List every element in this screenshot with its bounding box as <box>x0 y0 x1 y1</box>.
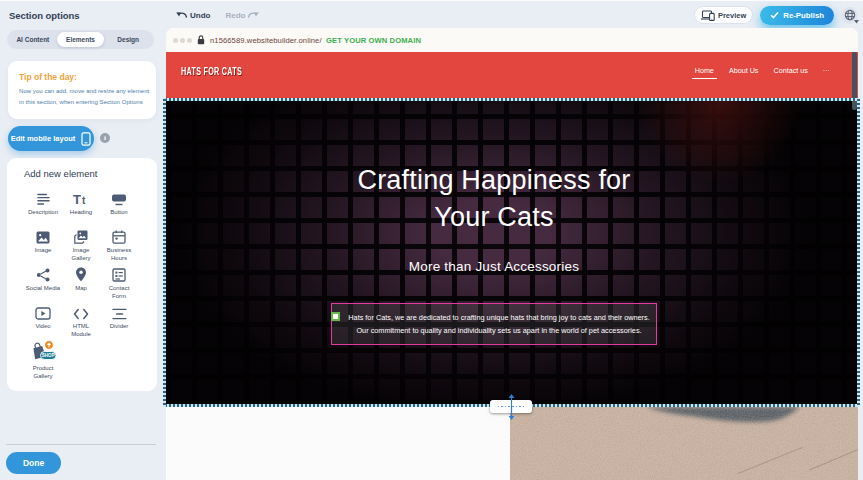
hero-subtitle[interactable]: More than Just Accessories <box>166 259 822 274</box>
republish-label: Re-Publish <box>783 11 824 20</box>
traffic-dot-3 <box>187 38 192 43</box>
lock-icon <box>197 35 205 45</box>
selection-border-right <box>857 98 860 407</box>
element-label: Map <box>62 285 100 293</box>
hero-section[interactable]: Crafting Happiness for Your Cats More th… <box>166 98 858 405</box>
nav-more[interactable]: ··· <box>823 66 830 75</box>
sidebar-tabs: AI Content Elements Design <box>7 30 154 49</box>
html-module-icon <box>73 308 89 320</box>
traffic-dot-2 <box>180 38 185 43</box>
traffic-dot-1 <box>173 38 178 43</box>
browser-url-bar: n1566589.websitebuilder.online/ GET YOUR… <box>166 28 858 52</box>
redo-button[interactable]: Redo <box>225 11 259 20</box>
element-heading[interactable]: Tt Heading <box>62 191 100 217</box>
republish-button[interactable]: Re-Publish <box>760 6 834 25</box>
selection-border-left <box>163 98 166 407</box>
element-social-media[interactable]: Social Media <box>24 267 62 293</box>
element-video[interactable]: Video <box>24 305 62 331</box>
check-icon <box>770 11 779 19</box>
business-hours-icon <box>112 230 126 244</box>
hero-title[interactable]: Crafting Happiness for Your Cats <box>166 162 822 236</box>
add-element-panel: Add new element Description Tt Heading B… <box>7 158 157 391</box>
undo-button[interactable]: Undo <box>176 11 210 20</box>
tab-design[interactable]: Design <box>104 32 152 47</box>
tip-body: Now you can add, move and resize any ele… <box>19 86 146 107</box>
element-contact-form[interactable]: Contact Form <box>100 267 138 300</box>
site-nav: Home About Us Contact us ··· <box>695 66 830 75</box>
toolbar-actions: Preview Re-Publish <box>694 1 858 29</box>
element-product-gallery[interactable]: SHOP Product Gallery <box>24 341 62 380</box>
hero-title-line2: Your Cats <box>166 199 822 236</box>
preview-label: Preview <box>718 11 746 20</box>
redo-label: Redo <box>225 11 245 20</box>
paragraph-line2: Our commitment to quality and individual… <box>344 324 654 337</box>
tip-heading: Tip of the day: <box>19 72 156 82</box>
element-label: Contact Form <box>105 285 133 300</box>
heading-icon: Tt <box>73 192 89 206</box>
nav-about-us[interactable]: About Us <box>729 66 759 75</box>
element-image-gallery[interactable]: Image Gallery <box>62 229 100 262</box>
language-button[interactable] <box>841 7 858 24</box>
hero-content: Crafting Happiness for Your Cats More th… <box>166 98 822 274</box>
element-description[interactable]: Description <box>24 191 62 217</box>
builder-window: Section options Undo Redo Preview Re-Pub… <box>0 0 863 480</box>
social-media-icon <box>36 268 50 282</box>
element-label: Button <box>100 209 138 217</box>
edit-mobile-label: Edit mobile layout <box>11 134 76 143</box>
canvas-area: n1566589.websitebuilder.online/ GET YOUR… <box>165 28 863 480</box>
hero-title-line1: Crafting Happiness for <box>166 162 822 199</box>
tip-line2: in this section, when entering Section O… <box>19 99 143 105</box>
undo-label: Undo <box>190 11 210 20</box>
sidebar: AI Content Elements Design Tip of the da… <box>0 28 165 480</box>
element-drag-handle[interactable] <box>331 312 340 321</box>
floor-texture-light <box>510 407 858 480</box>
site-logo[interactable]: HATS FOR CATS <box>181 66 242 77</box>
element-label: Description <box>24 209 62 217</box>
element-label: Divider <box>100 323 138 331</box>
caret-down-icon <box>854 20 859 24</box>
element-divider[interactable]: Divider <box>100 305 138 331</box>
description-icon <box>36 193 51 206</box>
redo-icon <box>248 11 259 20</box>
site-url[interactable]: n1566589.websitebuilder.online/ <box>210 36 322 45</box>
site-header[interactable]: HATS FOR CATS Home About Us Contact us ·… <box>166 52 858 98</box>
element-business-hours[interactable]: Business Hours <box>100 229 138 262</box>
element-map[interactable]: Map <box>62 267 100 293</box>
done-button[interactable]: Done <box>6 452 61 474</box>
nav-contact-us[interactable]: Contact us <box>773 66 807 75</box>
info-icon[interactable]: i <box>100 133 110 143</box>
svg-text:T: T <box>73 192 81 206</box>
button-icon <box>111 193 127 206</box>
divider-icon <box>112 308 127 320</box>
get-domain-link[interactable]: GET YOUR OWN DOMAIN <box>326 36 421 45</box>
element-button[interactable]: Button <box>100 191 138 217</box>
tip-card: Tip of the day: Now you can add, move an… <box>8 61 156 119</box>
edit-mobile-layout-button[interactable]: Edit mobile layout <box>8 126 94 151</box>
element-label: Heading <box>62 209 100 217</box>
resize-arrow-icon <box>507 394 516 420</box>
element-image[interactable]: Image <box>24 229 62 255</box>
undo-icon <box>176 11 187 20</box>
top-toolbar: Section options Undo Redo Preview Re-Pub… <box>0 0 863 28</box>
map-icon <box>75 267 87 282</box>
tab-ai-content[interactable]: AI Content <box>9 32 57 47</box>
element-label: Image <box>24 247 62 255</box>
selected-paragraph-element[interactable]: Hats for Cats, we are dedicated to craft… <box>331 303 657 345</box>
element-label: Video <box>24 323 62 331</box>
element-label: Business Hours <box>104 247 134 262</box>
phone-icon <box>81 132 91 146</box>
floor-texture <box>510 407 858 480</box>
element-label: Social Media <box>24 285 62 293</box>
element-label: Image Gallery <box>67 247 95 262</box>
element-label: HTML Module <box>68 323 94 338</box>
tip-line1: Now you can add, move and resize any ele… <box>19 88 149 94</box>
element-html-module[interactable]: HTML Module <box>62 305 100 338</box>
tab-elements[interactable]: Elements <box>57 32 105 47</box>
nav-home[interactable]: Home <box>695 66 714 75</box>
video-icon <box>35 307 51 320</box>
preview-button[interactable]: Preview <box>694 6 753 24</box>
sidebar-divider <box>6 444 156 445</box>
svg-text:t: t <box>82 195 86 206</box>
next-section-image <box>510 407 858 480</box>
element-label: Product Gallery <box>29 365 57 380</box>
